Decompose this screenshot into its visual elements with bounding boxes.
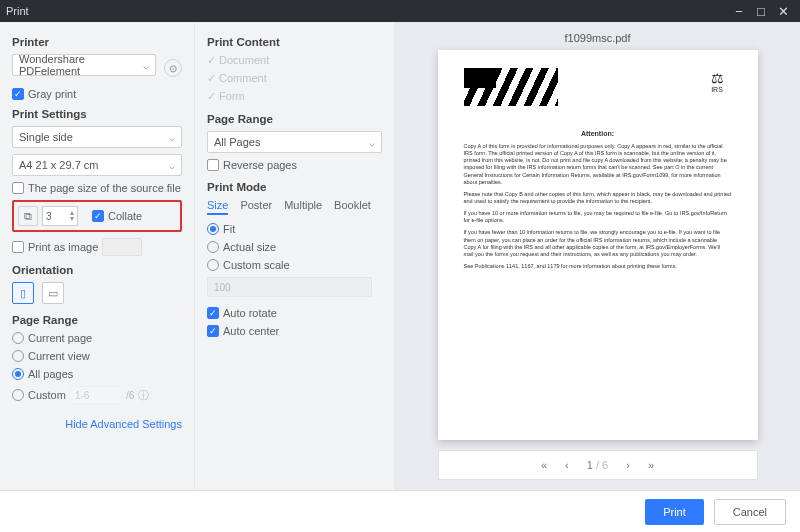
custom-label: Custom xyxy=(28,389,66,401)
total-pages: /6 xyxy=(126,390,134,401)
actual-radio[interactable] xyxy=(207,241,219,253)
last-page-icon[interactable]: » xyxy=(648,459,654,471)
all-pages-row[interactable]: All pages xyxy=(12,368,182,380)
gray-print-checkbox[interactable]: ✓ xyxy=(12,88,24,100)
attention-heading: Attention: xyxy=(464,130,732,137)
step-down-icon[interactable]: ▾ xyxy=(70,216,74,222)
next-page-icon[interactable]: › xyxy=(626,459,630,471)
tab-size[interactable]: Size xyxy=(207,199,228,215)
close-icon[interactable]: ✕ xyxy=(772,4,794,19)
tab-multiple[interactable]: Multiple xyxy=(284,199,322,215)
mode-tabs: Size Poster Multiple Booklet xyxy=(207,199,382,215)
paper-select[interactable]: A4 21 x 29.7 cm ⌵ xyxy=(12,154,182,176)
auto-rotate-row[interactable]: ✓ Auto rotate xyxy=(207,307,382,319)
orientation-title: Orientation xyxy=(12,264,182,276)
auto-center-row[interactable]: ✓ Auto center xyxy=(207,325,382,337)
custom-range-input[interactable]: 1-6 xyxy=(70,386,122,404)
content-column: Print Content ✓ Document ✓ Comment ✓ For… xyxy=(195,22,395,490)
custom-scale-row[interactable]: Custom scale xyxy=(207,259,382,271)
sides-select[interactable]: Single side ⌵ xyxy=(12,126,182,148)
tab-booklet[interactable]: Booklet xyxy=(334,199,371,215)
auto-center-checkbox[interactable]: ✓ xyxy=(207,325,219,337)
content-range-title: Page Range xyxy=(207,113,382,125)
actual-row[interactable]: Actual size xyxy=(207,241,382,253)
auto-center-label: Auto center xyxy=(223,325,279,337)
printer-select[interactable]: Wondershare PDFelement ⌵ xyxy=(12,54,156,76)
preview-p4: If you have fewer than 10 information re… xyxy=(464,229,732,258)
preview-p1: Copy A of this form is provided for info… xyxy=(464,143,732,186)
sides-value: Single side xyxy=(19,131,73,143)
chevron-down-icon: ⌵ xyxy=(369,137,375,148)
print-button[interactable]: Print xyxy=(645,499,704,525)
paper-value: A4 21 x 29.7 cm xyxy=(19,159,99,171)
orientation-landscape[interactable]: ▭ xyxy=(42,282,64,304)
page-current[interactable]: 1 xyxy=(587,459,593,471)
current-view-radio[interactable] xyxy=(12,350,24,362)
footer: Print Cancel xyxy=(0,490,800,532)
current-view-row[interactable]: Current view xyxy=(12,350,182,362)
chevron-down-icon: ⌵ xyxy=(169,160,175,171)
all-pages-label: All pages xyxy=(28,368,73,380)
preview-pager: « ‹ 1 / 6 › » xyxy=(438,450,758,480)
orientation-portrait[interactable]: ▯ xyxy=(12,282,34,304)
printer-section-title: Printer xyxy=(12,36,182,48)
reverse-label: Reverse pages xyxy=(223,159,297,171)
copies-collate-highlight: ⧉ 3 ▴▾ ✓ Collate xyxy=(12,200,182,232)
custom-range-row[interactable]: Custom 1-6 /6 ⓘ xyxy=(12,386,182,404)
actual-label: Actual size xyxy=(223,241,276,253)
cancel-button[interactable]: Cancel xyxy=(714,499,786,525)
current-view-label: Current view xyxy=(28,350,90,362)
print-mode-title: Print Mode xyxy=(207,181,382,193)
window-title: Print xyxy=(6,5,29,17)
first-page-icon[interactable]: « xyxy=(541,459,547,471)
tab-poster[interactable]: Poster xyxy=(240,199,272,215)
flag-graphic xyxy=(464,68,558,106)
info-icon[interactable]: ⓘ xyxy=(138,388,149,403)
content-form: ✓ Form xyxy=(207,90,382,103)
custom-scale-radio[interactable] xyxy=(207,259,219,271)
auto-rotate-label: Auto rotate xyxy=(223,307,277,319)
print-image-checkbox[interactable] xyxy=(12,241,24,253)
fit-row[interactable]: Fit xyxy=(207,223,382,235)
content-range-select[interactable]: All Pages ⌵ xyxy=(207,131,382,153)
print-settings-title: Print Settings xyxy=(12,108,182,120)
printer-value: Wondershare PDFelement xyxy=(19,53,143,77)
irs-seal-icon: ⚖ xyxy=(711,70,724,86)
reverse-row[interactable]: Reverse pages xyxy=(207,159,382,171)
preview-column: f1099msc.pdf ⚖ IRS Attention: Copy A of … xyxy=(395,22,800,490)
collate-checkbox[interactable]: ✓ xyxy=(92,210,104,222)
current-page-radio[interactable] xyxy=(12,332,24,344)
page-range-title: Page Range xyxy=(12,314,182,326)
prev-page-icon[interactable]: ‹ xyxy=(565,459,569,471)
reverse-checkbox[interactable] xyxy=(207,159,219,171)
content-range-value: All Pages xyxy=(214,136,260,148)
copies-stepper[interactable]: 3 ▴▾ xyxy=(42,206,78,226)
fit-label: Fit xyxy=(223,223,235,235)
chevron-down-icon: ⌵ xyxy=(169,132,175,143)
content-document: ✓ Document xyxy=(207,54,382,67)
preview-page: ⚖ IRS Attention: Copy A of this form is … xyxy=(438,50,758,440)
page-total: / 6 xyxy=(596,459,608,471)
current-page-row[interactable]: Current page xyxy=(12,332,182,344)
minimize-icon[interactable]: − xyxy=(728,4,750,19)
print-content-title: Print Content xyxy=(207,36,382,48)
page-size-source-row[interactable]: The page size of the source file xyxy=(12,182,182,194)
maximize-icon[interactable]: □ xyxy=(750,4,772,19)
custom-scale-label: Custom scale xyxy=(223,259,290,271)
collate-label: Collate xyxy=(108,210,142,222)
gray-print-row[interactable]: ✓ Gray print xyxy=(12,88,182,100)
hide-advanced-link[interactable]: Hide Advanced Settings xyxy=(65,418,182,430)
all-pages-radio[interactable] xyxy=(12,368,24,380)
auto-rotate-checkbox[interactable]: ✓ xyxy=(207,307,219,319)
content-comment: ✓ Comment xyxy=(207,72,382,85)
irs-logo: ⚖ IRS xyxy=(711,70,724,93)
dpi-input-disabled xyxy=(102,238,142,256)
printer-properties-button[interactable]: ⊙ xyxy=(164,59,182,77)
page-size-checkbox[interactable] xyxy=(12,182,24,194)
custom-radio[interactable] xyxy=(12,389,24,401)
fit-radio[interactable] xyxy=(207,223,219,235)
page-size-label: The page size of the source file xyxy=(28,182,181,194)
scale-input: 100 xyxy=(207,277,372,297)
copies-icon: ⧉ xyxy=(18,206,38,226)
print-as-image-row[interactable]: Print as image xyxy=(12,238,182,256)
